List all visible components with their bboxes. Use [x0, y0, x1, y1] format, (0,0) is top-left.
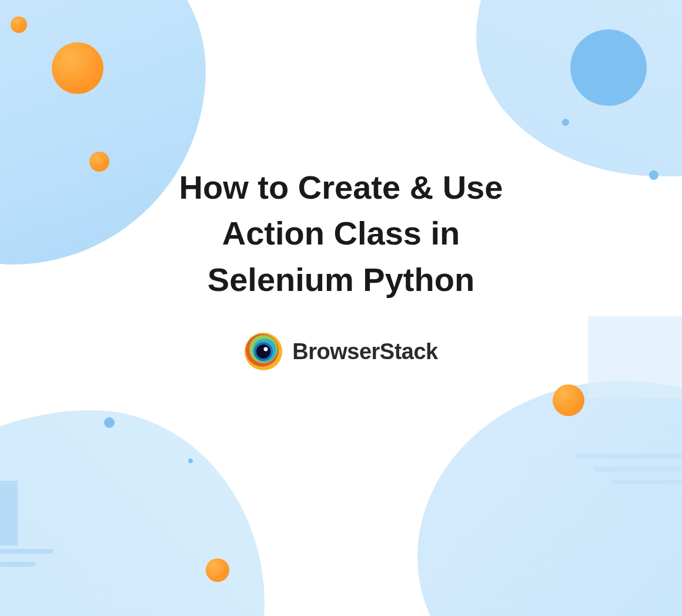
decorative-lines-left — [0, 549, 59, 575]
decorative-circle-icon — [188, 458, 193, 463]
svg-point-5 — [256, 344, 270, 359]
decorative-circle-icon — [52, 42, 103, 94]
decorative-circle-icon — [562, 119, 569, 126]
decorative-rect-bottom-left — [0, 481, 18, 545]
title-line: Selenium Python — [208, 261, 474, 298]
svg-point-6 — [264, 347, 268, 351]
decorative-circle-icon — [649, 170, 658, 180]
decorative-circle-icon — [11, 16, 27, 33]
decorative-circle-icon — [570, 29, 647, 106]
hero-content: How to Create & Use Action Class in Sele… — [118, 165, 564, 371]
brand-logo-row: BrowserStack — [118, 332, 564, 371]
bg-blob-bottom-right — [417, 381, 682, 616]
decorative-circle-icon — [206, 558, 229, 582]
page-title: How to Create & Use Action Class in Sele… — [118, 165, 564, 303]
title-line: Action Class in — [222, 215, 460, 252]
decorative-circle-icon — [553, 384, 584, 416]
decorative-circle-icon — [89, 152, 109, 172]
decorative-lines-right — [564, 454, 682, 493]
bg-blob-bottom-left — [0, 410, 265, 616]
brand-name: BrowserStack — [292, 339, 437, 364]
title-line: How to Create & Use — [179, 169, 503, 206]
browserstack-logo-icon — [244, 332, 283, 371]
decorative-circle-icon — [104, 417, 115, 428]
decorative-rect-bottom-right — [588, 316, 682, 399]
